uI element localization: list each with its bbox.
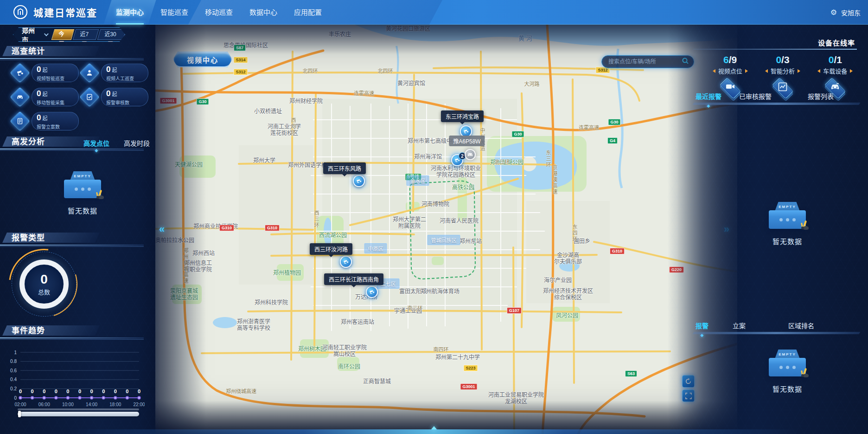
case-tab-1[interactable]: 报警 [696, 321, 708, 330]
section-title-event-trend: 事件趋势 [0, 325, 148, 339]
nav-item-4[interactable]: 数据中心 [241, 0, 286, 25]
patrol-stat-label: 移动智能采集 [37, 99, 75, 106]
alarm-tab-1[interactable]: 最近报警 [696, 91, 721, 101]
arrow-left-icon [765, 69, 768, 73]
camera-marker[interactable] [340, 256, 352, 268]
cctv-camera-icon [10, 63, 30, 83]
settings-gear-icon[interactable]: ⚙ [830, 8, 837, 17]
patrol-stat-item: 0起视频智能巡查 [11, 61, 81, 85]
audit-check-icon [79, 87, 100, 107]
patrol-stat-capsule: 0起报警立案数 [32, 112, 79, 130]
alarm-tab-3[interactable]: 报警列表 [808, 91, 834, 101]
person-icon [79, 63, 100, 83]
map-canvas[interactable]: 黄河黄河花园口旅游区丰乐农庄思念果岭国际社区黄河迎宾馆郑州财经学院小双桥遗址河南… [155, 25, 737, 434]
device-online-label: 智能分析 [765, 66, 800, 75]
device-online-count: 6/9 [723, 54, 737, 65]
device-online-divider [693, 49, 857, 50]
svg-text:10:00: 10:00 [62, 402, 74, 407]
device-online-label: 车载设备 [817, 66, 853, 75]
patrol-stat-label: 报警立案数 [37, 123, 75, 130]
hotspot-tab-1[interactable]: 高发点位 [83, 138, 109, 149]
right-sidebar: 设备在线率 6/9视频点位0/3智能分析0/1车载设备 最近报警已审核报警报警列… [668, 25, 868, 434]
patrol-stat-item: 0起报警审核数 [81, 85, 150, 109]
left-sidebar: 郑州市 今天近7天近30天 巡查统计 0起视频智能巡查0起视频人工巡查0起移动智… [0, 25, 160, 434]
svg-text:0: 0 [14, 395, 17, 401]
filter-bar: 郑州市 今天近7天近30天 [13, 27, 125, 42]
alarm-total-value: 0 [40, 272, 48, 286]
nav-item-1[interactable]: 监测中心 [108, 0, 152, 25]
hotspot-tab-2[interactable]: 高发时段 [124, 138, 150, 149]
patrol-stats-grid: 0起视频智能巡查0起视频人工巡查0起移动智能采集0起报警审核数0起报警立案数 [11, 61, 150, 133]
trend-range-slider[interactable] [18, 408, 139, 416]
case-file-icon [10, 111, 30, 131]
device-online-label-text: 车载设备 [823, 66, 847, 75]
nav-item-label: 应用配置 [294, 8, 322, 16]
patrol-stat-value: 0起 [37, 65, 75, 74]
patrol-stat-label: 视频智能巡查 [37, 75, 75, 82]
svg-text:22:00: 22:00 [133, 402, 145, 407]
arrow-right-icon [745, 69, 748, 73]
case-tab-2[interactable]: 立案 [733, 321, 746, 330]
empty-text: 暂无数据 [772, 384, 802, 394]
patrol-stat-capsule: 0起报警审核数 [101, 88, 148, 106]
patrol-stat-item: 0起视频人工巡查 [81, 61, 150, 85]
svg-text:18:00: 18:00 [109, 402, 121, 407]
range-button-1[interactable]: 今天 [51, 29, 75, 40]
case-tab-3[interactable]: 区域排名 [788, 321, 814, 330]
patrol-stat-capsule: 0起移动智能采集 [32, 88, 79, 106]
bottom-glow-decoration [0, 429, 868, 434]
svg-text:0: 0 [55, 389, 57, 394]
patrol-stat-label: 报警审核数 [106, 99, 144, 106]
main-nav: 监测中心智能巡查移动巡查数据中心应用配置 [108, 0, 330, 25]
vehicle-marker[interactable] [465, 149, 476, 160]
nav-item-label: 监测中心 [116, 8, 144, 16]
device-online-label-text: 视频点位 [718, 66, 742, 75]
map-tooltip: 西三环汝河路 [310, 243, 352, 255]
svg-text:0: 0 [138, 389, 140, 394]
arrow-left-icon [713, 69, 715, 73]
svg-text:0: 0 [43, 389, 45, 394]
svg-text:0.2: 0.2 [10, 386, 17, 391]
svg-text:0: 0 [66, 389, 69, 394]
current-user-name[interactable]: 安旭东 [841, 8, 861, 17]
range-button-3[interactable]: 近30天 [97, 29, 127, 40]
slider-handle[interactable] [18, 411, 21, 417]
patrol-stat-capsule: 0起视频智能巡查 [32, 64, 79, 82]
nav-item-3[interactable]: 移动巡查 [197, 0, 241, 25]
cluster-marker[interactable]: 2 [451, 154, 463, 166]
section-title-alarm-type: 报警类型 [0, 233, 148, 246]
section-title-device-online: 设备在线率 [818, 38, 855, 47]
camera-marker[interactable] [353, 175, 365, 187]
patrol-stat-value: 0起 [37, 114, 75, 123]
app-logo: 城建日常巡查 [13, 5, 97, 19]
alarm-total-label: 总数 [38, 287, 50, 296]
city-selector[interactable]: 郑州市 [13, 26, 47, 44]
patrol-stat-value: 0起 [106, 90, 144, 98]
chevron-down-icon [44, 32, 49, 36]
alarm-tab-2[interactable]: 已审核报警 [739, 91, 772, 101]
patrol-stat-value: 0起 [37, 90, 75, 98]
vehicle-plate-label: 豫A6P58W [449, 136, 485, 146]
city-logo-icon [13, 5, 28, 19]
patrol-stat-capsule: 0起视频人工巡查 [101, 64, 148, 82]
user-area: ⚙ 安旭东 [830, 0, 861, 25]
video-center-button[interactable]: 视频中心 [173, 52, 232, 67]
svg-text:0.4: 0.4 [10, 377, 17, 382]
app-title: 城建日常巡查 [33, 5, 97, 19]
top-navigation-bar: 城建日常巡查 监测中心智能巡查移动巡查数据中心应用配置 ⚙ 安旭东 [0, 0, 868, 25]
svg-text:0.8: 0.8 [10, 359, 17, 364]
nav-item-label: 数据中心 [249, 8, 277, 16]
nav-item-5[interactable]: 应用配置 [286, 0, 330, 25]
svg-text:14:00: 14:00 [86, 402, 97, 407]
patrol-car-icon [10, 87, 30, 107]
date-range-group: 今天近7天近30天 [53, 29, 125, 40]
nav-item-2[interactable]: 智能巡查 [152, 0, 197, 25]
patrol-stat-item: 0起报警立案数 [11, 109, 81, 133]
empty-text: 暂无数据 [772, 236, 802, 246]
camera-marker[interactable] [366, 286, 378, 298]
svg-text:0.6: 0.6 [10, 368, 17, 373]
device-online-count: 0/3 [776, 54, 789, 65]
range-button-2[interactable]: 近7天 [73, 29, 99, 40]
device-online-grid: 6/9视频点位0/3智能分析0/1车载设备 [704, 54, 862, 97]
alarm-total-gauge: 0 总数 [12, 252, 77, 317]
